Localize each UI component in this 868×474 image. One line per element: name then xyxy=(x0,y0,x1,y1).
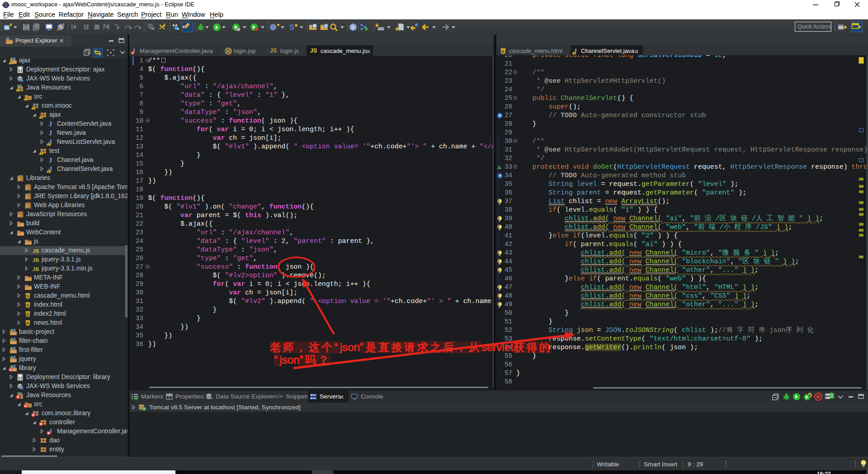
svg-text:3.1: 3.1 xyxy=(18,69,22,72)
svg-text:5: 5 xyxy=(27,303,29,308)
svg-text:S: S xyxy=(289,23,294,32)
svg-text:5: 5 xyxy=(27,312,29,317)
svg-text:3.1: 3.1 xyxy=(18,377,22,380)
svg-text:JS: JS xyxy=(33,248,39,254)
svg-text:JS: JS xyxy=(33,266,39,272)
svg-text:J: J xyxy=(49,157,52,164)
svg-text:J: J xyxy=(49,121,52,128)
svg-text:5: 5 xyxy=(502,49,504,54)
svg-text:J: J xyxy=(49,130,52,137)
svg-text:JS: JS xyxy=(33,257,39,263)
svg-text:5: 5 xyxy=(27,294,29,299)
svg-text:5: 5 xyxy=(27,321,29,326)
